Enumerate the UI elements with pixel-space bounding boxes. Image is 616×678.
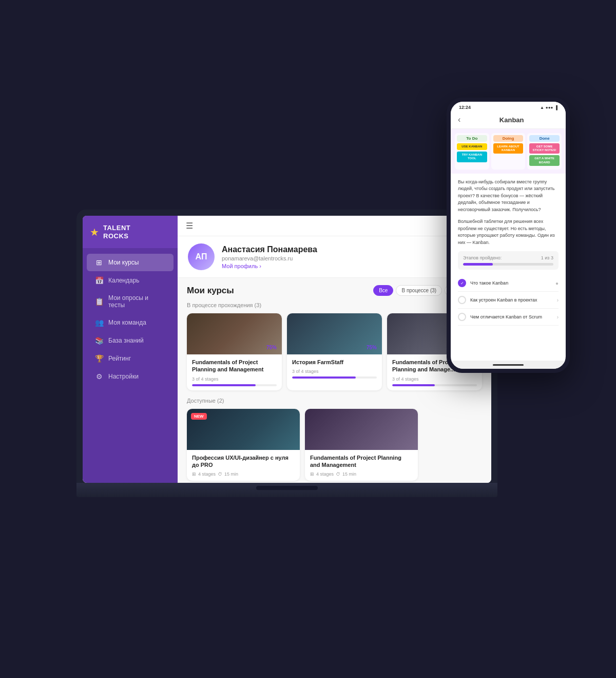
stages-icon-2: ⊞ [310, 472, 314, 477]
phone-text-1: Вы когда-нибудь собирали вместе группу л… [458, 179, 559, 214]
phone-content: Вы когда-нибудь собирали вместе группу л… [451, 174, 566, 361]
kanban-todo-col: To Do USE KANBAN TRY KANBAN TOOL [455, 133, 489, 170]
laptop-screen-outer: ★ TALENTROCKS ⊞ Мои курсы 📅 Календарь [76, 210, 497, 483]
scene: ★ TALENTROCKS ⊞ Мои курсы 📅 Календарь [26, 82, 590, 596]
profile-header: АП Анастасия Понамарева ponamareva@talen… [178, 236, 491, 278]
phone: 12:24 ▲ ●●● ▐ ‹ Kanban To Do USE KANBAN … [447, 98, 570, 373]
stage-progress [463, 263, 553, 266]
progress-fill-1 [192, 384, 256, 386]
sidebar-item-settings[interactable]: ⚙ Настройки [87, 368, 174, 385]
top-bar: ☰ 🔍 ℹ 🔔 [178, 216, 491, 236]
kanban-card-board: GET A WHITE BOARD [529, 155, 560, 165]
wifi-icon: ▲ [540, 105, 544, 110]
kanban-doing-col: Doing LEARN ABOUT KANBAN [491, 133, 526, 170]
hamburger-icon[interactable]: ☰ [186, 221, 193, 231]
phone-stage-bar: Этапов пройдено: 1 из 3 [458, 251, 559, 270]
sidebar-item-label: Настройки [108, 373, 139, 380]
logo-text: TALENTROCKS [103, 224, 130, 240]
signal-icon: ●●● [546, 105, 553, 110]
course-title-1: Fundamentals of Project Planning and Man… [192, 359, 277, 373]
progress-label-2: 75% [367, 345, 377, 350]
available-card-2[interactable]: Fundamentals of Project Planning and Man… [305, 409, 418, 481]
course-meta-2: 3 of 4 stages [292, 369, 377, 374]
filter-in-progress-button[interactable]: В процессе (3) [396, 285, 442, 296]
lesson-item-1[interactable]: ✓ Что такое Kanban ● [458, 275, 559, 292]
course-card-2[interactable]: 75% История FarmStaff 3 of 4 stages [287, 313, 382, 390]
laptop: ★ TALENTROCKS ⊞ Мои курсы 📅 Календарь [76, 210, 497, 497]
phone-header-title: Kanban [465, 116, 559, 124]
course-thumb-1: 75% [187, 313, 282, 354]
courses-title: Мои курсы [187, 286, 369, 296]
check-complete-icon: ● [555, 280, 559, 286]
available-label: Доступные (2) [187, 398, 482, 404]
sidebar-item-surveys[interactable]: 📋 Мои опросы и тесты [87, 290, 174, 313]
course-thumb-2: 75% [287, 313, 382, 354]
kanban-doing-header: Doing [493, 135, 524, 142]
in-progress-label: В процессе прохождения (3) [187, 302, 482, 308]
lesson-item-3[interactable]: Чем отличается Kanban от Scrum › [458, 309, 559, 326]
progress-bar-3 [392, 384, 477, 386]
sidebar-item-rating[interactable]: 🏆 Рейтинг [87, 350, 174, 367]
new-badge: New [191, 413, 207, 420]
sidebar-nav: ⊞ Мои курсы 📅 Календарь 📋 Мои опросы и т… [83, 248, 178, 483]
available-title-1: Профессия UX/UI-дизайнер с нуля до PRO [192, 454, 295, 469]
course-card-1[interactable]: 75% Fundamentals of Project Planning and… [187, 313, 282, 390]
phone-status-bar: 12:24 ▲ ●●● ▐ [451, 102, 566, 112]
rating-icon: 🏆 [95, 354, 103, 363]
sidebar-item-my-courses[interactable]: ⊞ Мои курсы [87, 254, 174, 271]
surveys-icon: 📋 [95, 297, 103, 306]
lesson-check-1: ✓ [458, 279, 466, 287]
sidebar-item-knowledge[interactable]: 📚 База знаний [87, 332, 174, 349]
avatar-initials: АП [196, 252, 207, 261]
available-meta-2: ⊞ 4 stages ⏱ 15 min [310, 472, 413, 477]
home-indicator [493, 364, 524, 366]
logo: ★ TALENTROCKS [83, 216, 178, 248]
lesson-circle-2 [458, 296, 466, 304]
sidebar-item-label: Рейтинг [108, 355, 131, 362]
kanban-done-header: Done [529, 135, 560, 142]
clock-icon-2: ⏱ [336, 472, 340, 477]
course-info-1: Fundamentals of Project Planning and Man… [187, 354, 282, 390]
phone-bottom-nav [451, 361, 566, 369]
lesson-item-2[interactable]: Как устроен Kanban в проектах › [458, 292, 559, 309]
lesson-circle-3 [458, 313, 466, 321]
user-name: Анастасия Понамарева [222, 245, 446, 254]
courses-header: Мои курсы Все В процессе (3) Доступные [187, 285, 482, 296]
course-meta-1: 3 of 4 stages [192, 376, 277, 382]
phone-text-2: Волшебной таблетки для решения всех проб… [458, 218, 559, 246]
phone-screen: 12:24 ▲ ●●● ▐ ‹ Kanban To Do USE KANBAN … [451, 102, 566, 369]
sidebar-item-calendar[interactable]: 📅 Календарь [87, 272, 174, 289]
available-info-2: Fundamentals of Project Planning and Man… [305, 450, 418, 481]
stage-fill [463, 263, 493, 266]
battery-icon: ▐ [554, 105, 557, 110]
kanban-card-use: USE KANBAN [457, 143, 487, 150]
kanban-preview: To Do USE KANBAN TRY KANBAN TOOL Doing L… [451, 129, 566, 174]
progress-fill-2 [292, 376, 356, 379]
sidebar-item-label: База знаний [108, 337, 144, 344]
course-info-2: История FarmStaff 3 of 4 stages [287, 354, 382, 383]
stage-label: Этапов пройдено: 1 из 3 [463, 255, 553, 260]
sidebar-item-team[interactable]: 👥 Моя команда [87, 314, 174, 331]
available-courses-grid: New Профессия UX/UI-дизайнер с нуля до P… [187, 409, 482, 481]
available-card-1[interactable]: New Профессия UX/UI-дизайнер с нуля до P… [187, 409, 300, 481]
team-icon: 👥 [95, 318, 103, 327]
available-info-1: Профессия UX/UI-дизайнер с нуля до PRO ⊞… [187, 450, 300, 481]
back-button[interactable]: ‹ [458, 115, 460, 124]
filter-all-button[interactable]: Все [373, 285, 393, 296]
kanban-card-sticky: GET SOME STICKY NOTES! [529, 143, 560, 154]
lesson-title-2: Как устроен Kanban в проектах [470, 297, 553, 303]
courses-icon: ⊞ [95, 258, 103, 267]
chevron-right-icon-2: › [557, 297, 559, 303]
profile-link[interactable]: Мой профиль › [222, 263, 446, 269]
sidebar-item-label: Календарь [108, 277, 140, 284]
phone-status-icons: ▲ ●●● ▐ [540, 105, 557, 110]
sidebar-item-label: Моя команда [108, 319, 146, 326]
kanban-todo-header: To Do [457, 135, 487, 142]
lesson-title-3: Чем отличается Kanban от Scrum [470, 314, 553, 319]
kanban-done-col: Done GET SOME STICKY NOTES! GET A WHITE … [527, 133, 562, 170]
knowledge-icon: 📚 [95, 336, 103, 345]
course-meta-3: 3 of 4 stages [392, 376, 477, 382]
available-meta-1: ⊞ 4 stages ⏱ 15 min [192, 472, 295, 477]
courses-section: Мои курсы Все В процессе (3) Доступные В… [178, 278, 491, 483]
progress-bar-1 [192, 384, 277, 386]
